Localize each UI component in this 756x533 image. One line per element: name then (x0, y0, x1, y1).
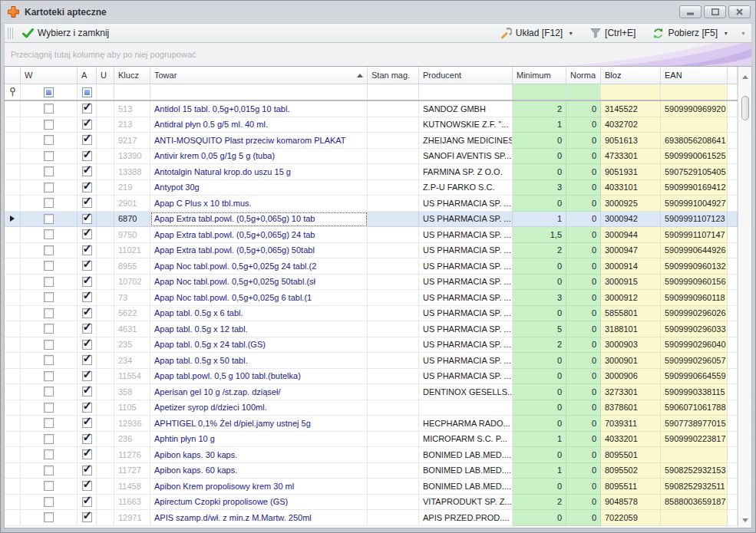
close-button[interactable] (728, 5, 751, 18)
towar-cell[interactable]: Antidral płyn 0.5 g/5 ml. 40 ml. (150, 117, 368, 133)
a-checkbox-cell[interactable] (78, 495, 97, 511)
a-checkbox-cell[interactable] (78, 384, 97, 400)
a-checkbox[interactable] (82, 340, 92, 350)
w-checkbox[interactable] (44, 135, 54, 145)
table-row[interactable]: 11021 Apap Extra tabl.powl. (0,5g+0,065g… (5, 243, 738, 259)
w-checkbox-cell[interactable] (21, 133, 78, 149)
towar-cell[interactable]: Apetizer syrop d/dzieci 100ml. (150, 400, 368, 416)
towar-cell[interactable]: Apibon kaps. 30 kaps. (150, 447, 368, 463)
table-row[interactable]: 8955 Apap Noc tabl.powl. 0,5g+0,025g 24 … (5, 258, 738, 275)
w-checkbox-cell[interactable] (21, 149, 78, 165)
w-checkbox-cell[interactable] (21, 463, 78, 479)
towar-cell[interactable]: Apap tabl. 0.5g x 12 tabl. (150, 321, 368, 337)
column-header-norma[interactable]: Norma (566, 67, 601, 84)
a-checkbox-cell[interactable] (78, 149, 97, 165)
w-checkbox[interactable] (44, 449, 54, 459)
filter-w-checkbox[interactable] (21, 84, 78, 100)
table-row[interactable]: 213 Antidral płyn 0.5 g/5 ml. 40 ml. KUT… (5, 117, 738, 133)
towar-cell[interactable]: Apap tabl. 0.5g x 6 tabl. (150, 306, 368, 322)
towar-cell[interactable]: Apirectum Czopki propolisowe (GS) (150, 495, 368, 511)
w-checkbox[interactable] (44, 512, 54, 522)
column-header-w[interactable]: W (21, 67, 78, 84)
w-checkbox-cell[interactable] (21, 227, 78, 243)
w-checkbox[interactable] (44, 481, 54, 491)
a-checkbox[interactable] (82, 403, 92, 413)
vertical-scrollbar[interactable] (738, 67, 751, 528)
w-checkbox-cell[interactable] (21, 353, 78, 369)
table-row[interactable]: 358 Aperisan gel 10 g /st.zap. dziąseł/ … (5, 384, 738, 400)
a-checkbox-cell[interactable] (78, 275, 97, 291)
column-header-minimum[interactable]: Minimum (513, 67, 566, 84)
table-row[interactable]: 11554 Apap tabl.powl. 0,5 g 100 tabl.(bu… (5, 369, 738, 385)
a-checkbox-cell[interactable] (78, 258, 97, 275)
a-checkbox[interactable] (82, 371, 92, 381)
a-checkbox-cell[interactable] (78, 447, 97, 463)
a-checkbox-cell[interactable] (78, 337, 97, 354)
a-checkbox[interactable] (82, 277, 92, 287)
minimize-button[interactable] (679, 5, 702, 18)
w-checkbox-cell[interactable] (21, 510, 78, 526)
filter-u[interactable] (97, 84, 114, 100)
a-checkbox-cell[interactable] (78, 243, 97, 259)
filter-stan[interactable] (368, 84, 419, 100)
toolbar-grip[interactable] (8, 28, 13, 39)
towar-cell[interactable]: Apap tabl. 0.5g x 50 tabl. (150, 353, 368, 369)
w-checkbox[interactable] (44, 166, 54, 176)
towar-cell[interactable]: Aphtin płyn 10 g (150, 432, 368, 448)
w-checkbox-cell[interactable] (21, 432, 78, 448)
a-checkbox[interactable] (82, 104, 92, 114)
w-checkbox-cell[interactable] (21, 196, 78, 212)
a-checkbox-cell[interactable] (78, 400, 97, 416)
w-checkbox[interactable] (44, 214, 54, 224)
w-checkbox-cell[interactable] (21, 164, 78, 180)
towar-cell[interactable]: Antypot 30g (150, 180, 368, 196)
refresh-dropdown-icon[interactable]: ▼ (723, 31, 728, 36)
w-checkbox-cell[interactable] (21, 212, 78, 228)
table-row[interactable]: 9217 ANTI-MOSQUITO Plast przeciw komarom… (5, 133, 738, 149)
w-checkbox[interactable] (44, 340, 54, 350)
a-checkbox[interactable] (82, 214, 92, 224)
towar-cell[interactable]: Apap Noc tabl.powl. 0,5g+0,025g 6 tabl.(… (150, 290, 368, 306)
w-checkbox[interactable] (44, 418, 54, 428)
a-checkbox-cell[interactable] (78, 353, 97, 369)
scroll-down-icon[interactable] (742, 518, 748, 522)
filter-a-checkbox[interactable] (78, 84, 97, 100)
towar-cell[interactable]: Apap Extra tabl.powl. (0,5g+0,065g) 24 t… (150, 227, 368, 243)
w-checkbox[interactable] (44, 120, 54, 130)
w-checkbox-cell[interactable] (21, 258, 78, 275)
towar-cell[interactable]: Antotalgin Natural krop.do uszu 15 g (150, 164, 368, 180)
towar-cell[interactable]: Aperisan gel 10 g /st.zap. dziąseł/ (150, 384, 368, 400)
table-row[interactable]: 12971 APIS szamp.d/wł. z min.z M.Martw. … (5, 510, 738, 526)
table-row[interactable]: 4631 Apap tabl. 0.5g x 12 tabl. US PHARM… (5, 321, 738, 337)
column-header-towar[interactable]: Towar (150, 67, 368, 84)
filter-klucz[interactable] (114, 84, 150, 100)
a-checkbox-cell[interactable] (78, 117, 97, 133)
w-checkbox[interactable] (44, 198, 54, 208)
a-checkbox-cell[interactable] (78, 133, 97, 149)
table-row[interactable]: 13390 Antivir krem 0,05 g/1g 5 g (tuba) … (5, 149, 738, 165)
towar-cell[interactable]: Antivir krem 0,05 g/1g 5 g (tuba) (150, 149, 368, 165)
towar-cell[interactable]: APIS szamp.d/wł. z min.z M.Martw. 250ml (150, 510, 368, 526)
w-checkbox-cell[interactable] (21, 306, 78, 322)
w-checkbox[interactable] (44, 497, 54, 507)
a-checkbox-cell[interactable] (78, 180, 97, 196)
w-checkbox[interactable] (44, 229, 54, 239)
table-row[interactable]: 235 Apap tabl. 0.5g x 24 tabl.(GS) US PH… (5, 337, 738, 354)
a-checkbox[interactable] (82, 355, 92, 365)
refresh-button[interactable]: Pobierz [F5] ▼ (648, 26, 733, 41)
a-checkbox[interactable] (82, 135, 92, 145)
w-checkbox[interactable] (44, 183, 54, 192)
a-checkbox[interactable] (82, 245, 92, 255)
a-checkbox[interactable] (82, 466, 92, 475)
towar-cell[interactable]: ANTI-MOSQUITO Plast przeciw komarom PLAK… (150, 133, 368, 149)
column-header-a[interactable]: A (78, 67, 97, 84)
group-by-panel[interactable]: Przeciągnij tutaj kolumnę aby po niej po… (4, 43, 752, 66)
a-checkbox[interactable] (82, 497, 92, 507)
a-checkbox[interactable] (82, 449, 92, 459)
filter-norma[interactable] (566, 84, 601, 100)
w-checkbox[interactable] (44, 261, 54, 271)
w-checkbox[interactable] (44, 151, 54, 161)
w-checkbox[interactable] (44, 277, 54, 287)
w-checkbox-cell[interactable] (21, 117, 78, 133)
a-checkbox-cell[interactable] (78, 196, 97, 212)
